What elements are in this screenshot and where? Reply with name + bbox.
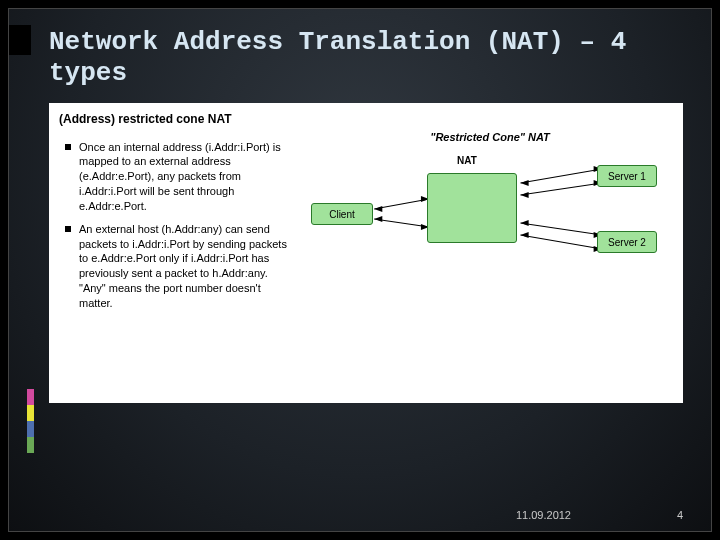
- strip-swatch: [27, 421, 34, 437]
- node-server2: Server 2: [597, 231, 657, 253]
- decorative-color-strip: [27, 389, 34, 453]
- svg-line-3: [374, 219, 429, 227]
- svg-marker-17: [520, 232, 528, 238]
- slide: Network Address Translation (NAT) – 4 ty…: [8, 8, 712, 532]
- svg-marker-11: [520, 192, 528, 198]
- footer-date: 11.09.2012: [516, 509, 571, 521]
- nat-label: NAT: [457, 155, 477, 166]
- bullet-item: An external host (h.Addr:any) can send p…: [65, 222, 287, 311]
- bullet-list: Once an internal address (i.Addr:i.Port)…: [59, 140, 287, 311]
- svg-marker-8: [520, 180, 528, 186]
- text-column: (Address) restricted cone NAT Once an in…: [49, 103, 297, 403]
- strip-swatch: [27, 389, 34, 405]
- svg-marker-2: [374, 206, 382, 212]
- strip-swatch: [27, 437, 34, 453]
- svg-line-15: [520, 235, 601, 249]
- diagram-arrows: [297, 103, 683, 403]
- content-panel: (Address) restricted cone NAT Once an in…: [49, 103, 683, 403]
- svg-marker-14: [520, 220, 528, 226]
- slide-title: Network Address Translation (NAT) – 4 ty…: [49, 27, 683, 89]
- svg-line-12: [520, 223, 601, 235]
- node-client: Client: [311, 203, 373, 225]
- node-server1: Server 1: [597, 165, 657, 187]
- strip-swatch: [27, 405, 34, 421]
- svg-marker-5: [374, 216, 382, 222]
- node-nat: [427, 173, 517, 243]
- footer-page-number: 4: [677, 509, 683, 521]
- svg-line-9: [520, 183, 601, 195]
- svg-line-6: [520, 169, 601, 183]
- diagram-area: "Restricted Cone" NAT: [297, 103, 683, 403]
- svg-line-0: [374, 199, 429, 209]
- bullet-item: Once an internal address (i.Addr:i.Port)…: [65, 140, 287, 214]
- title-accent-bar: [9, 25, 31, 55]
- section-heading: (Address) restricted cone NAT: [59, 111, 287, 127]
